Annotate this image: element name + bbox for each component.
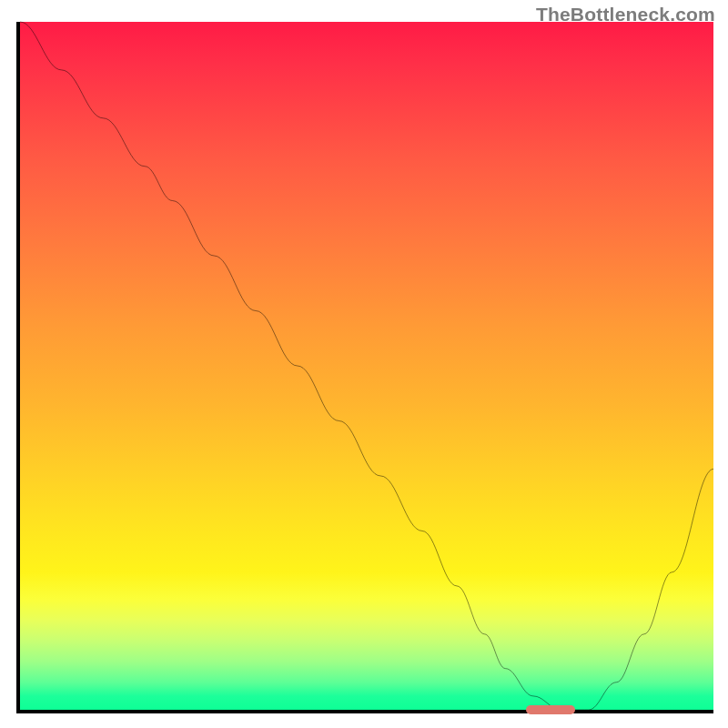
optimal-range-marker <box>526 705 574 714</box>
chart-stage: TheBottleneck.com <box>0 0 728 728</box>
bottleneck-curve <box>20 22 713 710</box>
plot-area <box>16 22 713 713</box>
